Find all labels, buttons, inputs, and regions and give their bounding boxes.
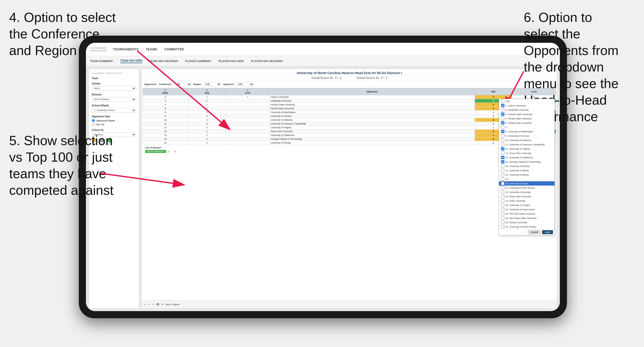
dropdown-item[interactable]: 21. University of New Mexico [499,186,555,190]
cell-opponent: University of Alabama [269,118,475,122]
opponent-filter-label: Opponent [223,83,234,86]
tablet-screen: SCOREBOARD Powered by eEd TOURNAMENTS TE… [86,43,560,311]
th-rank: #Rank [143,88,188,95]
toolbar-settings[interactable]: ⚙ [161,303,163,306]
dropdown-item[interactable]: 9. University of Arizona [499,134,555,138]
dropdown-item[interactable]: 14. University of Oklahoma [499,155,555,160]
region-select[interactable]: (All) [203,82,221,86]
table-row: 6 2 Florida State University 4 2 [143,107,556,110]
dropdown-item[interactable]: 10. University of Alabama [499,138,555,142]
toolbar-redo[interactable]: ↪ [148,303,150,306]
cell-opponent: Arizona State University [269,103,475,107]
dropdown-item-label: 6. Florida State University [505,122,532,124]
dropdown-item[interactable]: 19. [499,177,555,181]
main-title: University of North Carolina Head-to-Hea… [142,69,557,76]
dropdown-item-label: 28. The Ohio State University [505,213,535,215]
app-content: Last Updated: 4/9/2024 16:55:38 Team Gen… [86,66,560,311]
conference-select[interactable]: (All) [174,82,191,86]
toolbar-undo[interactable]: ↩ [144,303,146,306]
dropdown-item[interactable]: 30. Purdue University [499,220,555,225]
dropdown-item[interactable]: 23. Texas A&M University [499,194,555,199]
dropdown-item[interactable]: 28. The Ohio State University [499,212,555,216]
dropdown-item[interactable]: 16. University of Florida [499,164,555,168]
dropdown-item[interactable]: 17. University of Illinois [499,168,555,173]
tab-player-h2h-grid[interactable]: PLAYER H2H GRID [218,60,244,63]
cell-opponent: University of Arkansas, Fayetteville [269,122,475,126]
table-row: 14 2 University of Oklahoma 2 [143,133,556,137]
table-row: 16 2 University of Florida 5 [143,141,556,145]
toolbar-save[interactable]: 💾 [156,303,159,306]
tab-team-summary[interactable]: TEAM SUMMARY [90,60,113,63]
gender-select[interactable]: Men's [92,86,136,91]
dropdown-item[interactable]: 5. Florida State University [499,116,555,121]
toolbar-back[interactable]: ↺ [152,303,154,306]
radio-top100[interactable]: Top 100 [92,123,136,126]
table-row: 15 4 Georgia Institute of Technology 5 [143,137,556,141]
dropdown-item[interactable]: 31. University of North Florida [499,225,555,229]
main-content: University of North Carolina Head-to-Hea… [141,69,557,309]
cell-rank: 15 [143,137,188,141]
dropdown-item-label: 27. University of Notre Dame [505,208,535,211]
dropdown-item[interactable]: 24. Duke University [499,199,555,203]
dropdown-item[interactable]: 8. University of Washington [499,129,555,134]
overall-record: Overall Record: 89 · 17 · 0 [312,77,341,79]
tab-team-h2h-heatmap[interactable]: TEAM H2H HEATMAP [149,60,178,63]
cell-conf [226,137,269,141]
dropdown-item[interactable]: 6. Florida State University [499,121,555,125]
tab-player-summary[interactable]: PLAYER SUMMARY [185,60,211,63]
cell-conf [226,141,269,145]
cell-reg: 1 [188,95,226,99]
dropdown-cancel-button[interactable]: Cancel [528,230,541,234]
cell-conf [226,130,269,133]
nav-teams[interactable]: TEAMS [146,47,157,51]
dropdown-item[interactable]: 13. Texas Tech University [499,151,555,155]
dropdown-item-label: 24. Duke University [505,200,525,202]
dropdown-item[interactable]: 3. Vanderbilt University [499,108,555,112]
dropdown-item[interactable]: (All) [499,99,555,103]
dropdown-item[interactable]: 20. University of Texas [499,181,555,186]
division-label: Division [92,93,136,96]
bottom-bar: ↩ ↪ ↺ 💾 ⚙ View: Original [142,300,557,308]
dropdown-item-label: 8. University of Washington [505,130,533,133]
nav-committee[interactable]: COMMITTEE [164,47,184,51]
tab-player-h2h-heatmap[interactable]: PLAYER H2H HEATMAP [251,60,283,63]
dropdown-item[interactable]: 4. Arizona State University [499,112,555,116]
cell-conf [226,103,269,107]
dropdown-item[interactable]: 25. University of Oregon [499,203,555,207]
dropdown-item[interactable]: 18. University of Illinois [499,173,555,177]
nav-tournaments[interactable]: TOURNAMENTS [113,47,139,51]
annotation-bottom-left: 5. Show selection vs Top 100 or just tea… [9,132,114,199]
cell-reg: 6 [188,122,226,126]
dropdown-item[interactable]: 22. University of Georgia [499,190,555,194]
division-label: NCAA Division II [145,150,166,153]
dropdown-item[interactable]: 11. University of Arkansas, Fayetteville [499,142,555,147]
dropdown-item[interactable]: 7. [499,125,555,129]
last-updated: Last Updated: 4/9/2024 16:55:38 [92,72,136,74]
division-record: Division Record: 88 · 17 · 0 [356,77,387,79]
school-rank-select[interactable]: 1. University of Nort... [92,108,136,113]
radio-opponents-played[interactable]: Opponents Played [92,119,136,122]
data-table-wrap[interactable]: #Rank #Reg #Conf Opponent Win Loss 2 1 1… [142,88,557,300]
dropdown-item-label: 13. Texas Tech University [505,152,531,155]
dropdown-item-label: (All) [505,100,510,103]
gender-label: Gender [92,82,136,85]
division-select[interactable]: NCAA Division I [92,97,136,102]
cell-win: 2 [475,95,512,99]
opponent-dropdown[interactable]: (All)2. Auburn University3. Vanderbilt U… [499,99,555,235]
dropdown-item[interactable]: 27. University of Notre Dame [499,207,555,212]
dropdown-item-label: 14. University of Oklahoma [505,156,533,159]
cell-rank: 9 [143,114,188,118]
dropdown-item-label: 3. Vanderbilt University [505,109,529,111]
region-filter-label: Region [193,83,201,86]
dropdown-item[interactable]: 2. Auburn University [499,103,555,108]
dropdown-item-label: 23. Texas A&M University [505,195,531,198]
cell-conf [226,122,269,126]
tab-team-h2h-grid[interactable]: TEAM H2H GRID [120,59,142,63]
cell-opponent: University of Oklahoma [269,133,475,137]
dropdown-item[interactable]: 29. San Diego State University [499,216,555,220]
dropdown-item[interactable]: 15. Georgia Institute of Technology [499,160,555,164]
dropdown-apply-button[interactable]: Apply [542,230,553,234]
opponent-view-label: Opponent View [92,115,136,118]
dropdown-item[interactable]: 12. University of Virginia [499,147,555,151]
opponent-select[interactable]: (All) [236,82,254,86]
